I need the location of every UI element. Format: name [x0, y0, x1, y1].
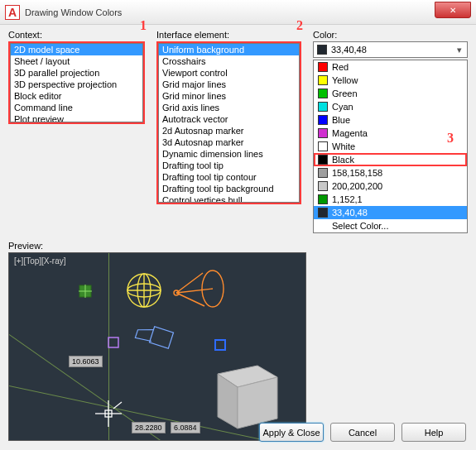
color-item[interactable]: Red — [314, 60, 467, 74]
color-swatch — [318, 62, 328, 72]
color-swatch — [318, 75, 328, 85]
color-combo[interactable]: 33,40,48 ▾ — [313, 41, 468, 58]
snap-marker-icon — [79, 285, 94, 299]
coord-tag-2: 28.2280 — [132, 422, 166, 433]
annotation-3: 3 — [447, 131, 454, 146]
color-swatch — [318, 128, 328, 138]
interface-item[interactable]: Crosshairs — [159, 55, 299, 67]
color-swatch — [318, 102, 328, 112]
color-item[interactable]: Green — [314, 87, 467, 100]
interface-item[interactable]: Drafting tool tip contour — [159, 171, 299, 183]
color-swatch — [318, 89, 328, 98]
interface-highlight: Uniform backgroundCrosshairsViewport con… — [156, 41, 301, 204]
color-item[interactable]: Black — [314, 153, 467, 166]
coord-tag-1: 10.6063 — [69, 356, 103, 367]
svg-rect-12 — [215, 340, 225, 350]
interface-item[interactable]: Autotrack vector — [159, 113, 299, 125]
color-swatch — [318, 168, 328, 178]
cube-icon — [208, 352, 286, 432]
interface-item[interactable]: Viewport control — [159, 67, 299, 79]
interface-item[interactable]: 3d Autosnap marker — [159, 136, 299, 148]
context-item[interactable]: Block editor — [11, 90, 142, 102]
color-item[interactable]: 200,200,200 — [314, 180, 467, 193]
interface-item[interactable]: Drafting tool tip background — [159, 183, 299, 194]
interface-item[interactable]: Grid axis lines — [159, 102, 299, 113]
app-icon: A — [5, 5, 20, 20]
color-name: Black — [332, 155, 354, 165]
window-title: Drawing Window Colors — [25, 7, 122, 17]
context-highlight: 2D model spaceSheet / layout3D parallel … — [8, 41, 145, 124]
interface-item[interactable]: Grid major lines — [159, 79, 299, 90]
color-item[interactable]: White — [314, 140, 467, 153]
title-bar: A Drawing Window Colors ✕ — [0, 0, 476, 25]
apply-close-button[interactable]: Apply & Close — [259, 423, 324, 442]
annotation-1: 1 — [140, 18, 147, 33]
interface-item[interactable]: 2d Autosnap marker — [159, 125, 299, 136]
lamp-icon — [171, 268, 226, 313]
color-item[interactable]: Magenta — [314, 127, 467, 140]
context-label: Context:1 — [8, 30, 145, 40]
camera-icon — [132, 324, 181, 357]
view-label: [+][Top][X-ray] — [14, 256, 66, 266]
interface-listbox[interactable]: Uniform backgroundCrosshairsViewport con… — [158, 43, 300, 203]
preview-pane: [+][Top][X-ray] 10.6063 28.2280 6.0884 — [8, 252, 306, 441]
color-name: Magenta — [332, 128, 368, 138]
interface-item[interactable]: Drafting tool tip — [159, 160, 299, 171]
context-item[interactable]: 3D perspective projection — [11, 79, 142, 90]
interface-item[interactable]: Grid minor lines — [159, 90, 299, 102]
color-item[interactable]: Blue — [314, 113, 467, 127]
color-item[interactable]: Yellow — [314, 74, 467, 87]
help-button[interactable]: Help — [401, 423, 466, 442]
color-item[interactable]: Select Color... — [314, 219, 467, 232]
color-name: 158,158,158 — [332, 168, 382, 178]
color-item[interactable]: 1,152,1 — [314, 193, 467, 206]
current-swatch — [317, 45, 327, 55]
selection-marker-icon — [214, 339, 228, 352]
close-button[interactable]: ✕ — [435, 2, 471, 18]
color-item[interactable]: Cyan — [314, 100, 467, 113]
annotation-2: 2 — [296, 18, 303, 33]
color-name: Green — [332, 89, 358, 98]
color-swatch — [318, 208, 328, 218]
color-name: 1,152,1 — [332, 194, 363, 204]
color-swatch — [318, 181, 328, 191]
context-item[interactable]: 2D model space — [11, 44, 142, 55]
color-name: White — [332, 141, 355, 151]
color-item[interactable]: 158,158,158 — [314, 166, 467, 180]
cancel-button[interactable]: Cancel — [330, 423, 395, 442]
color-label: Color: — [313, 30, 468, 40]
context-item[interactable]: Command line — [11, 102, 142, 113]
interface-label: Interface element:2 — [156, 30, 301, 40]
button-bar: Apply & Close Cancel Help — [259, 423, 466, 442]
interface-item[interactable]: Uniform background — [159, 44, 299, 55]
context-item[interactable]: Plot preview — [11, 113, 142, 122]
marker-icon — [107, 336, 122, 351]
color-name: Red — [332, 62, 349, 72]
crosshair-icon — [92, 397, 125, 430]
svg-line-19 — [113, 402, 122, 409]
color-name: Yellow — [332, 75, 358, 85]
color-name: Select Color... — [332, 221, 388, 231]
svg-rect-8 — [108, 338, 118, 347]
color-item[interactable]: 33,40,48 — [314, 206, 467, 219]
interface-item[interactable]: Dynamic dimension lines — [159, 148, 299, 160]
color-swatch — [318, 115, 328, 125]
coord-tag-3: 6.0884 — [171, 422, 200, 433]
color-name: 33,40,48 — [332, 208, 368, 218]
color-swatch — [318, 141, 328, 151]
context-listbox[interactable]: 2D model spaceSheet / layout3D parallel … — [10, 43, 143, 122]
context-item[interactable]: Sheet / layout — [11, 55, 142, 67]
interface-item[interactable]: Control vertices hull — [159, 194, 299, 203]
current-color-text: 33,40,48 — [331, 45, 367, 55]
color-dropdown-list[interactable]: RedYellowGreenCyanBlueMagentaWhiteBlack1… — [313, 60, 468, 233]
color-name: 200,200,200 — [332, 181, 382, 191]
color-name: Cyan — [332, 102, 353, 112]
globe-icon — [125, 271, 163, 309]
color-name: Blue — [332, 115, 350, 125]
color-swatch — [318, 155, 328, 165]
preview-label: Preview: — [8, 241, 468, 251]
context-item[interactable]: 3D parallel projection — [11, 67, 142, 79]
chevron-down-icon: ▾ — [454, 44, 465, 55]
color-swatch — [318, 194, 328, 204]
